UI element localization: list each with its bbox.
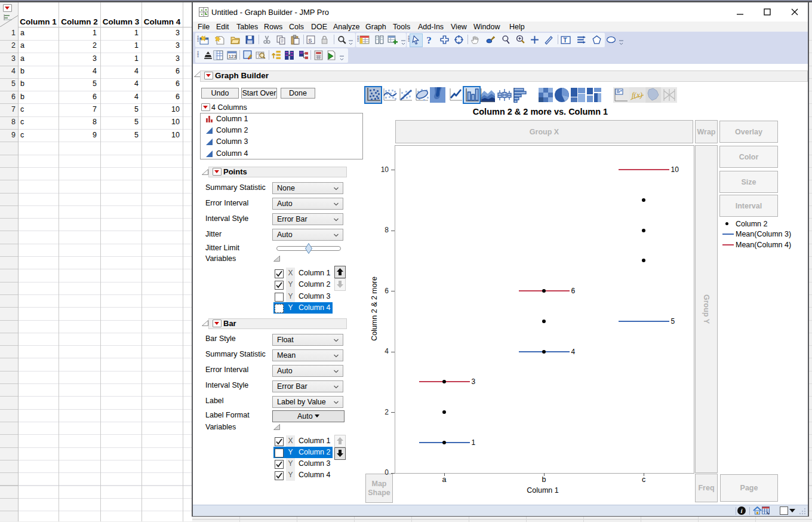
svg-text:?: ? [426,35,432,45]
svg-text:f(x): f(x) [632,90,642,99]
svg-text:123: 123 [229,54,237,59]
svg-text:S: S [308,37,312,44]
svg-text:T: T [563,36,567,44]
